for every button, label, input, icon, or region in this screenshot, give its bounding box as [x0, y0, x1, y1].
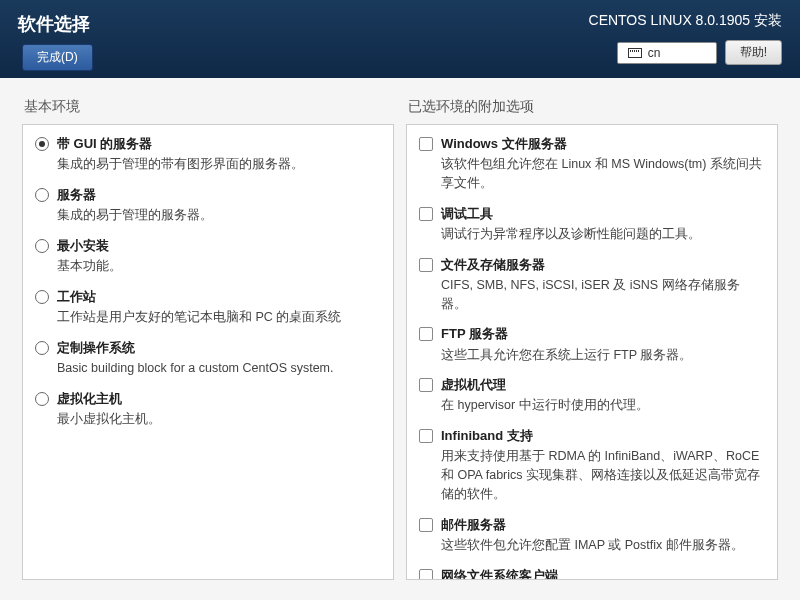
option-desc: 工作站是用户友好的笔记本电脑和 PC 的桌面系统: [57, 308, 381, 327]
option-desc: 集成的易于管理的服务器。: [57, 206, 381, 225]
install-version-label: CENTOS LINUX 8.0.1905 安装: [589, 12, 782, 30]
radio-icon[interactable]: [35, 341, 49, 355]
option-desc: 这些工具允许您在系统上运行 FTP 服务器。: [441, 346, 765, 365]
radio-icon[interactable]: [35, 188, 49, 202]
option-title: 网络文件系统客户端: [441, 567, 765, 580]
env-option[interactable]: 服务器 集成的易于管理的服务器。: [35, 186, 381, 225]
checkbox-icon[interactable]: [419, 327, 433, 341]
addons-column: 已选环境的附加选项 Windows 文件服务器 该软件包组允许您在 Linux …: [406, 98, 778, 580]
option-title: Infiniband 支持: [441, 427, 765, 445]
checkbox-icon[interactable]: [419, 378, 433, 392]
radio-icon[interactable]: [35, 290, 49, 304]
option-title: 邮件服务器: [441, 516, 765, 534]
option-desc: Basic building block for a custom CentOS…: [57, 359, 381, 378]
keyboard-layout-selector[interactable]: cn: [617, 42, 717, 64]
radio-icon[interactable]: [35, 239, 49, 253]
option-title: 最小安装: [57, 237, 381, 255]
option-desc: 最小虚拟化主机。: [57, 410, 381, 429]
option-title: 带 GUI 的服务器: [57, 135, 381, 153]
addons-heading: 已选环境的附加选项: [406, 98, 778, 116]
option-desc: 在 hypervisor 中运行时使用的代理。: [441, 396, 765, 415]
keyboard-icon: [628, 48, 642, 58]
option-title: 调试工具: [441, 205, 765, 223]
base-environment-heading: 基本环境: [22, 98, 394, 116]
option-desc: 集成的易于管理的带有图形界面的服务器。: [57, 155, 381, 174]
option-title: 文件及存储服务器: [441, 256, 765, 274]
option-title: 虚拟化主机: [57, 390, 381, 408]
option-title: 工作站: [57, 288, 381, 306]
env-option[interactable]: 虚拟化主机 最小虚拟化主机。: [35, 390, 381, 429]
addons-list: Windows 文件服务器 该软件包组允许您在 Linux 和 MS Windo…: [406, 124, 778, 580]
addon-option[interactable]: 邮件服务器 这些软件包允许您配置 IMAP 或 Postfix 邮件服务器。: [419, 516, 765, 555]
env-option[interactable]: 带 GUI 的服务器 集成的易于管理的带有图形界面的服务器。: [35, 135, 381, 174]
installer-header: 软件选择 完成(D) CENTOS LINUX 8.0.1905 安装 cn 帮…: [0, 0, 800, 78]
addon-option[interactable]: 网络文件系统客户端: [419, 567, 765, 580]
radio-icon[interactable]: [35, 137, 49, 151]
env-option[interactable]: 工作站 工作站是用户友好的笔记本电脑和 PC 的桌面系统: [35, 288, 381, 327]
option-desc: 这些软件包允许您配置 IMAP 或 Postfix 邮件服务器。: [441, 536, 765, 555]
option-title: FTP 服务器: [441, 325, 765, 343]
addon-option[interactable]: 文件及存储服务器 CIFS, SMB, NFS, iSCSI, iSER 及 i…: [419, 256, 765, 314]
addon-option[interactable]: 调试工具 调试行为异常程序以及诊断性能问题的工具。: [419, 205, 765, 244]
env-option[interactable]: 最小安装 基本功能。: [35, 237, 381, 276]
option-title: 服务器: [57, 186, 381, 204]
base-environment-column: 基本环境 带 GUI 的服务器 集成的易于管理的带有图形界面的服务器。 服务器 …: [22, 98, 394, 580]
env-option[interactable]: 定制操作系统 Basic building block for a custom…: [35, 339, 381, 378]
checkbox-icon[interactable]: [419, 137, 433, 151]
addon-option[interactable]: Windows 文件服务器 该软件包组允许您在 Linux 和 MS Windo…: [419, 135, 765, 193]
checkbox-icon[interactable]: [419, 569, 433, 580]
option-desc: 用来支持使用基于 RDMA 的 InfiniBand、iWARP、RoCE 和 …: [441, 447, 765, 503]
option-desc: 该软件包组允许您在 Linux 和 MS Windows(tm) 系统间共享文件…: [441, 155, 765, 193]
addon-option[interactable]: FTP 服务器 这些工具允许您在系统上运行 FTP 服务器。: [419, 325, 765, 364]
checkbox-icon[interactable]: [419, 258, 433, 272]
addon-option[interactable]: Infiniband 支持 用来支持使用基于 RDMA 的 InfiniBand…: [419, 427, 765, 503]
checkbox-icon[interactable]: [419, 207, 433, 221]
radio-icon[interactable]: [35, 392, 49, 406]
base-environment-list: 带 GUI 的服务器 集成的易于管理的带有图形界面的服务器。 服务器 集成的易于…: [22, 124, 394, 580]
option-desc: CIFS, SMB, NFS, iSCSI, iSER 及 iSNS 网络存储服…: [441, 276, 765, 314]
checkbox-icon[interactable]: [419, 518, 433, 532]
option-title: 虚拟机代理: [441, 376, 765, 394]
help-button[interactable]: 帮助!: [725, 40, 782, 65]
option-desc: 基本功能。: [57, 257, 381, 276]
addon-option[interactable]: 虚拟机代理 在 hypervisor 中运行时使用的代理。: [419, 376, 765, 415]
option-title: Windows 文件服务器: [441, 135, 765, 153]
option-desc: 调试行为异常程序以及诊断性能问题的工具。: [441, 225, 765, 244]
option-title: 定制操作系统: [57, 339, 381, 357]
keyboard-layout-label: cn: [648, 46, 661, 60]
done-button[interactable]: 完成(D): [22, 44, 93, 71]
checkbox-icon[interactable]: [419, 429, 433, 443]
content-area: 基本环境 带 GUI 的服务器 集成的易于管理的带有图形界面的服务器。 服务器 …: [0, 78, 800, 600]
